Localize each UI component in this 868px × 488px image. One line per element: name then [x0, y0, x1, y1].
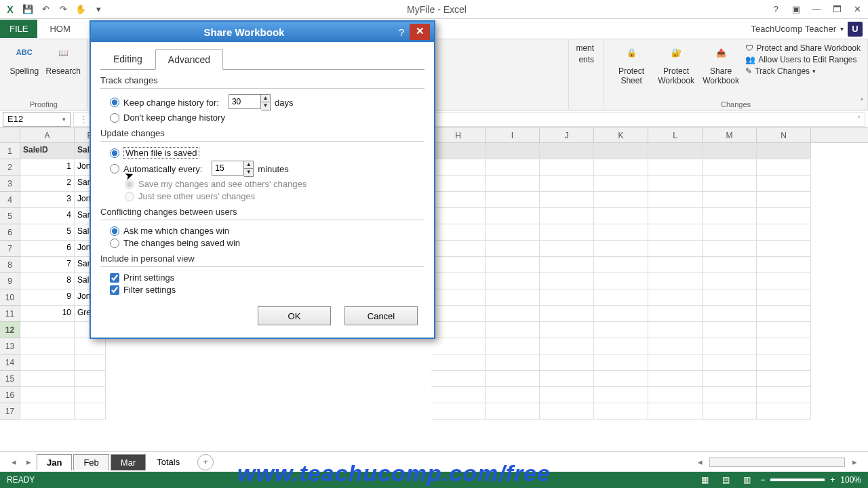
- select-all-corner[interactable]: [0, 128, 20, 142]
- name-box[interactable]: E12▾: [3, 112, 71, 127]
- cell[interactable]: [431, 354, 486, 371]
- cell[interactable]: [20, 322, 75, 338]
- col-header[interactable]: K: [594, 128, 648, 142]
- cell[interactable]: [594, 289, 648, 306]
- allow-edit-ranges-button[interactable]: 👥Allow Users to Edit Ranges: [745, 55, 861, 64]
- cell[interactable]: [703, 176, 757, 192]
- cell[interactable]: 1: [20, 159, 75, 176]
- cell[interactable]: [757, 306, 811, 322]
- row-header[interactable]: 12: [0, 322, 20, 338]
- dialog-help-icon[interactable]: ?: [393, 26, 410, 38]
- cell[interactable]: [486, 241, 540, 257]
- row-header[interactable]: 11: [0, 306, 20, 322]
- cell[interactable]: [594, 322, 648, 338]
- cell[interactable]: [486, 371, 540, 387]
- row-header[interactable]: 6: [0, 224, 20, 241]
- cell[interactable]: [486, 192, 540, 208]
- cell[interactable]: [703, 241, 757, 257]
- cancel-button[interactable]: Cancel: [344, 306, 418, 325]
- qat-more-icon[interactable]: ▾: [92, 3, 104, 16]
- cell[interactable]: [75, 387, 106, 403]
- touch-mode-icon[interactable]: ✋: [75, 3, 87, 16]
- cell[interactable]: [648, 192, 703, 208]
- cell[interactable]: [20, 338, 75, 354]
- cell[interactable]: [540, 159, 594, 176]
- cell[interactable]: [20, 387, 75, 403]
- row-header[interactable]: 14: [0, 354, 20, 371]
- cell[interactable]: [648, 159, 703, 176]
- col-header[interactable]: N: [757, 128, 811, 142]
- cell[interactable]: [594, 338, 648, 354]
- ribbon-options-icon[interactable]: ▣: [789, 4, 803, 14]
- tab-home[interactable]: HOM: [40, 20, 79, 38]
- cell[interactable]: [757, 176, 811, 192]
- cell[interactable]: [648, 354, 703, 371]
- cell[interactable]: [431, 322, 486, 338]
- cell[interactable]: [540, 208, 594, 224]
- cell[interactable]: [703, 143, 757, 159]
- cell[interactable]: [648, 176, 703, 192]
- cell[interactable]: [594, 208, 648, 224]
- radio-auto-every[interactable]: [110, 164, 119, 174]
- row-header[interactable]: 2: [0, 159, 20, 176]
- cell[interactable]: [486, 273, 540, 289]
- cell[interactable]: [431, 338, 486, 354]
- cell[interactable]: [648, 241, 703, 257]
- dialog-close-icon[interactable]: ✕: [410, 24, 430, 40]
- cell[interactable]: [486, 387, 540, 403]
- col-header[interactable]: H: [431, 128, 486, 142]
- tab-file[interactable]: FILE: [0, 20, 37, 38]
- cell[interactable]: [431, 208, 486, 224]
- protect-workbook-button[interactable]: 🔐 Protect Workbook: [656, 42, 696, 86]
- cell[interactable]: [431, 403, 486, 420]
- cell[interactable]: [75, 354, 106, 371]
- row-header[interactable]: 13: [0, 338, 20, 354]
- check-filter[interactable]: [110, 285, 119, 295]
- minimize-icon[interactable]: —: [810, 4, 823, 14]
- cell[interactable]: [431, 387, 486, 403]
- cell[interactable]: [648, 371, 703, 387]
- sheet-nav-next[interactable]: ▸: [22, 457, 35, 467]
- col-header[interactable]: L: [648, 128, 703, 142]
- col-header[interactable]: J: [540, 128, 594, 142]
- cell[interactable]: [431, 289, 486, 306]
- cell[interactable]: [757, 241, 811, 257]
- cell[interactable]: [703, 403, 757, 420]
- cell[interactable]: [757, 273, 811, 289]
- cell[interactable]: [540, 224, 594, 241]
- cell[interactable]: [431, 241, 486, 257]
- cell[interactable]: [703, 208, 757, 224]
- cell[interactable]: [703, 387, 757, 403]
- view-pagebreak-icon[interactable]: ▥: [739, 475, 755, 485]
- cell[interactable]: [648, 143, 703, 159]
- cell[interactable]: [757, 257, 811, 273]
- cell[interactable]: [594, 403, 648, 420]
- cell[interactable]: [648, 403, 703, 420]
- cell[interactable]: [757, 403, 811, 420]
- cell[interactable]: [648, 322, 703, 338]
- cell[interactable]: [540, 257, 594, 273]
- cell[interactable]: [594, 371, 648, 387]
- zoom-out-icon[interactable]: −: [760, 475, 765, 485]
- cell[interactable]: [703, 159, 757, 176]
- cell[interactable]: 2: [20, 176, 75, 192]
- spelling-button[interactable]: ABC Spelling: [7, 42, 42, 76]
- cell[interactable]: 8: [20, 273, 75, 289]
- cell[interactable]: [648, 387, 703, 403]
- cell[interactable]: [540, 176, 594, 192]
- cell[interactable]: [757, 159, 811, 176]
- cell[interactable]: 3: [20, 192, 75, 208]
- cell[interactable]: [757, 387, 811, 403]
- cell[interactable]: [594, 273, 648, 289]
- cell[interactable]: 9: [20, 289, 75, 306]
- cell[interactable]: 6: [20, 241, 75, 257]
- cell[interactable]: [540, 241, 594, 257]
- cell[interactable]: [703, 371, 757, 387]
- avatar[interactable]: U: [848, 22, 863, 37]
- cell[interactable]: [594, 306, 648, 322]
- expand-formula-icon[interactable]: ˅: [857, 115, 861, 123]
- cell[interactable]: [703, 192, 757, 208]
- row-header[interactable]: 15: [0, 371, 20, 387]
- row-header[interactable]: 8: [0, 257, 20, 273]
- dialog-tab-advanced[interactable]: Advanced: [155, 49, 223, 70]
